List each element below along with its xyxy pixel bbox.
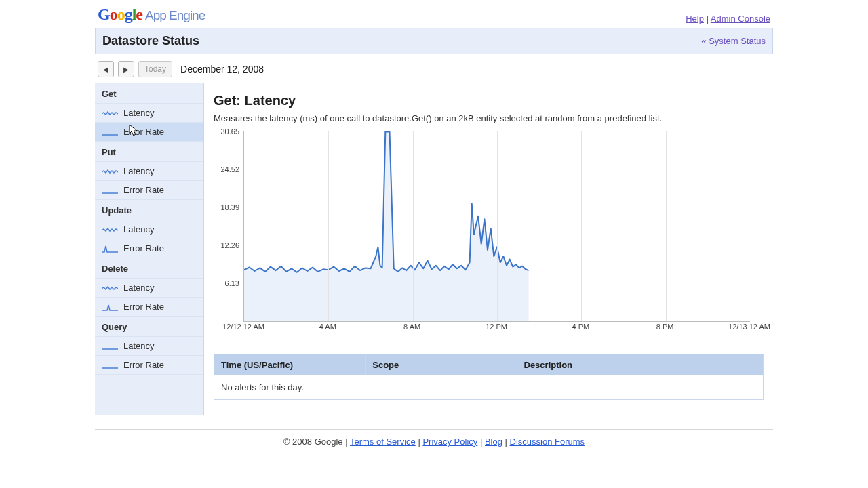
sidebar-item-label: Latency [123, 341, 155, 351]
sidebar-item-query-error-rate[interactable]: Error Rate [95, 356, 203, 375]
col-time: Time (US/Pacific) [214, 354, 366, 375]
sparkline-icon [102, 342, 118, 350]
sidebar-item-delete-error-rate[interactable]: Error Rate [95, 298, 203, 317]
current-date: December 12, 2008 [180, 64, 264, 75]
chart-description: Measures the latency (ms) of one call to… [214, 113, 764, 125]
sparkline-icon [102, 361, 118, 369]
sidebar-header-put: Put [95, 142, 203, 162]
sidebar-item-query-latency[interactable]: Latency [95, 337, 203, 356]
y-tick-label: 24.52 [220, 165, 239, 174]
sparkline-icon [102, 186, 118, 195]
sparkline-icon [102, 245, 118, 253]
sidebar-item-label: Latency [123, 283, 155, 293]
sparkline-icon [102, 109, 118, 117]
alerts-table: Time (US/Pacific) Scope Description No a… [214, 354, 764, 400]
x-tick-label: 8 AM [403, 323, 420, 331]
chart-title: Get: Latency [214, 93, 764, 108]
y-tick-label: 18.39 [220, 203, 239, 211]
sidebar-item-label: Error Rate [123, 302, 164, 312]
sparkline-icon [102, 167, 118, 176]
sidebar-item-label: Latency [123, 166, 155, 176]
sparkline-icon [102, 128, 118, 136]
x-tick-label: 4 PM [572, 323, 589, 331]
sidebar-item-label: Error Rate [123, 360, 164, 370]
sidebar-header-query: Query [95, 317, 203, 337]
page-title: Datastore Status [102, 34, 199, 48]
sidebar-item-label: Latency [123, 108, 155, 118]
today-button[interactable]: Today [138, 61, 172, 77]
x-tick-label: 12/12 12 AM [222, 323, 264, 331]
sidebar-item-put-latency[interactable]: Latency [95, 162, 203, 181]
y-tick-label: 6.13 [225, 279, 239, 287]
sparkline-icon [102, 284, 118, 292]
sidebar-item-get-error-rate[interactable]: Error Rate [95, 123, 203, 142]
admin-console-link[interactable]: Admin Console [711, 14, 770, 24]
logo: GoogleApp Engine [98, 5, 205, 24]
sidebar-item-label: Error Rate [123, 185, 164, 195]
next-day-button[interactable]: ▶ [118, 61, 134, 77]
sidebar-item-label: Latency [123, 224, 155, 235]
privacy-link[interactable]: Privacy Policy [422, 436, 477, 447]
sidebar-item-update-error-rate[interactable]: Error Rate [95, 239, 203, 258]
tos-link[interactable]: Terms of Service [350, 436, 416, 447]
sparkline-icon [102, 226, 118, 234]
sidebar-item-delete-latency[interactable]: Latency [95, 279, 203, 298]
x-tick-label: 12/13 12 AM [728, 323, 770, 331]
sidebar-item-label: Error Rate [123, 243, 164, 253]
sparkline-icon [102, 303, 118, 311]
system-status-link[interactable]: « System Status [701, 36, 766, 46]
y-tick-label: 30.65 [220, 127, 239, 136]
forums-link[interactable]: Discussion Forums [510, 436, 585, 447]
sidebar-item-put-error-rate[interactable]: Error Rate [95, 181, 203, 200]
alerts-empty-row: No alerts for this day. [214, 375, 763, 399]
prev-day-button[interactable]: ◀ [98, 61, 114, 77]
blog-link[interactable]: Blog [485, 436, 502, 447]
sidebar-item-label: Error Rate [123, 127, 164, 137]
help-link[interactable]: Help [686, 14, 704, 24]
col-scope: Scope [366, 354, 517, 375]
y-tick-label: 12.26 [220, 241, 239, 249]
col-description: Description [517, 354, 764, 375]
sidebar-item-get-latency[interactable]: Latency [95, 104, 203, 123]
footer: © 2008 Google | Terms of Service | Priva… [95, 436, 773, 447]
sidebar-header-get: Get [95, 83, 203, 104]
sidebar-header-update: Update [95, 200, 203, 220]
x-tick-label: 4 AM [319, 323, 336, 331]
latency-chart: 6.1312.2618.3924.5230.65 12/12 12 AM4 AM… [214, 131, 750, 335]
top-links: Help | Admin Console [686, 14, 770, 24]
sidebar-header-delete: Delete [95, 258, 203, 279]
x-tick-label: 12 PM [486, 323, 507, 331]
x-tick-label: 8 PM [656, 323, 674, 331]
sidebar: GetLatencyError RatePutLatencyError Rate… [95, 83, 204, 415]
sidebar-item-update-latency[interactable]: Latency [95, 220, 203, 239]
